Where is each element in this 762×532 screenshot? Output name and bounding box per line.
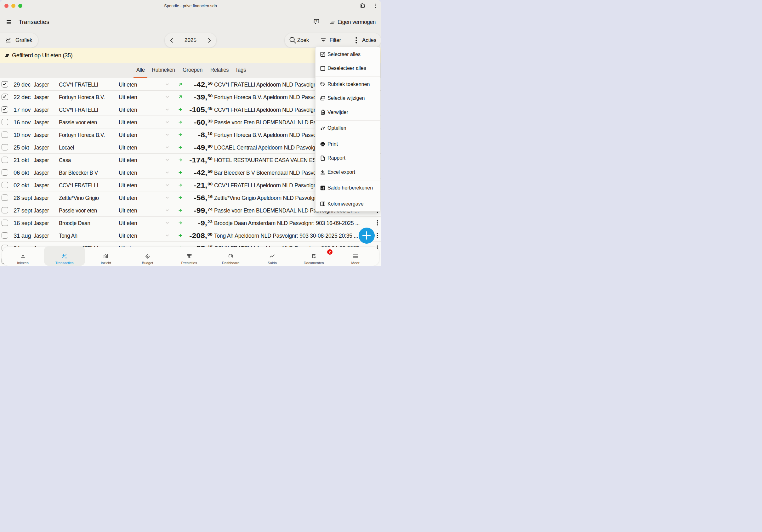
svg-text:?: ? — [316, 19, 317, 23]
